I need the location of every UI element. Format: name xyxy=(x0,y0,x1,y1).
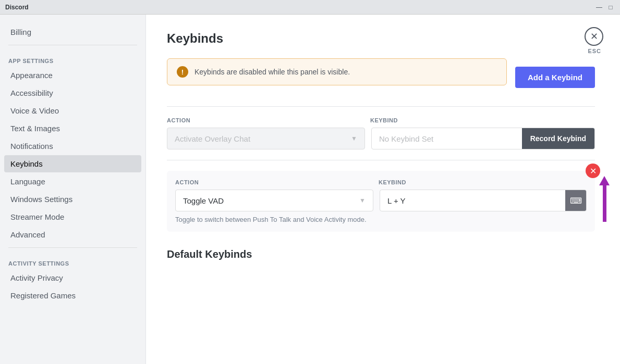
sidebar-item-streamer-mode[interactable]: Streamer Mode xyxy=(4,208,141,225)
minimize-button[interactable]: — xyxy=(595,3,603,11)
maximize-button[interactable]: □ xyxy=(606,3,615,11)
keybind-row-2: ACTION KEYBIND Toggle VAD ▼ L + Y ⌨ Togg… xyxy=(167,171,595,232)
sidebar-divider-2 xyxy=(8,247,137,248)
dropdown-chevron-2: ▼ xyxy=(359,197,366,204)
sidebar-item-advanced[interactable]: Advanced xyxy=(4,226,141,243)
keybind-label-2: KEYBIND xyxy=(379,179,587,185)
sidebar-item-language[interactable]: Language xyxy=(4,173,141,190)
delete-keybind-button-2[interactable]: ✕ xyxy=(586,164,600,178)
sidebar-item-appearance[interactable]: Appearance xyxy=(4,67,141,84)
divider-2 xyxy=(167,160,595,160)
app-body: Billing APP SETTINGS Appearance Accessib… xyxy=(0,15,620,364)
purple-arrow-annotation xyxy=(599,176,610,222)
keybind-input-2: L + Y ⌨ xyxy=(380,190,587,211)
esc-label: ESC xyxy=(588,48,601,54)
app-title: Discord xyxy=(5,4,29,11)
record-keybind-button-1[interactable]: Record Keybind xyxy=(522,128,594,149)
keybind-row-1: ACTION KEYBIND Activate Overlay Chat ▼ N… xyxy=(167,117,595,149)
divider-1 xyxy=(167,106,595,107)
keybind-row-2-wrapper: ✕ ACTION KEYBIND Toggle VAD ▼ L + Y ⌨ xyxy=(167,171,595,232)
keybind-value-1: No Keybind Set xyxy=(372,134,522,143)
sidebar-item-activity-privacy[interactable]: Activity Privacy xyxy=(4,269,141,286)
sidebar: Billing APP SETTINGS Appearance Accessib… xyxy=(0,15,146,364)
sidebar-item-voice-video[interactable]: Voice & Video xyxy=(4,102,141,119)
sidebar-item-windows-settings[interactable]: Windows Settings xyxy=(4,191,141,208)
arrow-shaft xyxy=(603,185,606,222)
keybind-row-1-labels: ACTION KEYBIND xyxy=(167,117,595,123)
keybind-description-2: Toggle to switch between Push To Talk an… xyxy=(175,216,587,223)
sidebar-item-notifications[interactable]: Notifications xyxy=(4,137,141,155)
keybind-label-1: KEYBIND xyxy=(370,117,595,123)
main-content: ✕ ESC Keybinds ! Keybinds are disabled w… xyxy=(146,15,620,364)
sidebar-item-text-images[interactable]: Text & Images xyxy=(4,120,141,137)
action-dropdown-2[interactable]: Toggle VAD ▼ xyxy=(175,190,373,211)
warning-icon: ! xyxy=(177,66,188,78)
keybind-row-2-fields: Toggle VAD ▼ L + Y ⌨ xyxy=(175,190,587,211)
add-keybind-button[interactable]: Add a Keybind xyxy=(515,67,595,88)
sidebar-item-accessibility[interactable]: Accessibility xyxy=(4,84,141,102)
keyboard-icon-button[interactable]: ⌨ xyxy=(565,190,586,211)
action-label-1: ACTION xyxy=(167,117,370,123)
sidebar-item-billing[interactable]: Billing xyxy=(4,23,141,41)
sidebar-divider-1 xyxy=(8,45,137,45)
close-button[interactable]: ✕ xyxy=(585,27,603,46)
app-settings-label: APP SETTINGS xyxy=(4,49,141,66)
keybind-input-1: No Keybind Set Record Keybind xyxy=(371,128,595,149)
keybind-row-1-fields: Activate Overlay Chat ▼ No Keybind Set R… xyxy=(167,128,595,149)
activity-settings-label: ACTIVITY SETTINGS xyxy=(4,252,141,269)
page-title: Keybinds xyxy=(167,31,595,46)
warning-text: Keybinds are disabled while this panel i… xyxy=(194,68,497,76)
arrow-head xyxy=(599,176,610,185)
action-dropdown-1[interactable]: Activate Overlay Chat ▼ xyxy=(167,128,365,149)
action-label-2: ACTION xyxy=(175,179,379,185)
default-keybinds-title: Default Keybinds xyxy=(167,248,595,260)
keybind-row-2-labels: ACTION KEYBIND xyxy=(175,179,587,185)
sidebar-item-keybinds[interactable]: Keybinds xyxy=(4,155,141,172)
keybind-value-2: L + Y xyxy=(380,196,565,205)
window-controls: — □ xyxy=(595,3,615,11)
sidebar-item-registered-games[interactable]: Registered Games xyxy=(4,287,141,304)
dropdown-chevron-1: ▼ xyxy=(351,135,357,142)
titlebar: Discord — □ xyxy=(0,0,620,15)
warning-banner: ! Keybinds are disabled while this panel… xyxy=(167,58,507,85)
warning-row: ! Keybinds are disabled while this panel… xyxy=(167,58,595,96)
